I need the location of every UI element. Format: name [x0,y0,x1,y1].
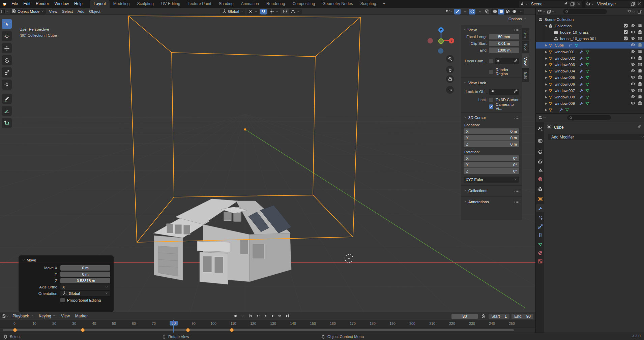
record-button[interactable] [232,313,239,319]
gizmo-x-axis[interactable]: X [449,38,454,43]
tool-select-box-button[interactable] [2,19,12,29]
scene-new-button[interactable] [569,1,576,7]
properties-tab-world[interactable] [536,175,544,183]
toggle-camera[interactable] [638,62,642,67]
properties-search-input[interactable] [567,115,611,120]
workspace-tab-rendering[interactable]: Rendering [263,0,289,8]
toggle-check[interactable] [623,30,628,35]
keyframe-diamond[interactable] [81,328,85,332]
properties-tab-modifiers[interactable] [536,204,544,212]
local-camera-field[interactable] [495,58,519,64]
shading-material-button[interactable] [504,9,511,14]
menu-render[interactable]: Render [33,1,52,6]
toggle-camera[interactable] [638,82,642,87]
next-keyframe-button[interactable] [276,313,283,319]
scene-selector[interactable]: Scene [519,1,582,7]
outliner-item-name[interactable]: Scene Collection [545,18,574,22]
tool-move-button[interactable] [2,43,12,53]
add-workspace-button[interactable]: + [380,0,388,8]
pivot-dropdown[interactable] [246,9,259,14]
properties-tab-output[interactable] [536,148,544,156]
play-button[interactable] [269,313,276,319]
overlays-toggle[interactable] [469,9,475,14]
scene-name[interactable]: Scene [529,2,563,6]
toggle-eye[interactable] [631,49,635,55]
collapse-icon[interactable]: ▶ [544,69,548,73]
properties-tab-scene[interactable] [536,166,544,174]
view-lock-header[interactable]: View Lock [464,80,519,86]
collapse-icon[interactable]: ▶ [544,50,548,54]
collapse-icon[interactable]: ▶ [544,83,548,86]
menu-edit[interactable]: Edit [21,1,33,6]
view-panel-header[interactable]: View [464,27,519,33]
xray-toggle[interactable] [484,9,490,14]
toggle-eye[interactable] [631,82,635,87]
outliner-item-name[interactable]: window.004 [555,69,575,73]
proportional-editing-checkbox[interactable] [60,298,65,302]
tool-add-cube-button[interactable] [2,118,12,128]
viewport-menu-select[interactable]: Select [60,9,75,13]
toggle-camera[interactable] [638,75,642,80]
toggle-camera[interactable] [638,30,642,35]
properties-tab-texture[interactable] [536,257,544,265]
shading-solid-button[interactable] [498,9,504,14]
menu-help[interactable]: Help [71,1,85,6]
outliner-filter-button[interactable] [627,9,635,14]
local-camera-checkbox[interactable] [489,59,493,63]
timeline-editor-type[interactable] [1,313,9,319]
panel-grip[interactable] [514,116,519,119]
properties-tab-collection[interactable] [536,185,544,193]
menu-window[interactable]: Window [52,1,71,6]
keying-set-dropdown[interactable] [239,313,246,319]
breadcrumb-object-name[interactable]: Cube [554,125,564,130]
blender-logo-icon[interactable] [0,2,9,6]
viewport-menu-view[interactable]: View [47,9,60,13]
shading-dropdown[interactable] [517,9,524,14]
lock-to-object-field[interactable] [489,89,519,95]
collapse-icon[interactable]: ▶ [544,57,548,60]
gizmos-dropdown[interactable] [462,9,468,14]
toggle-eye[interactable] [631,23,635,29]
toggle-camera[interactable] [638,101,642,106]
shading-wireframe-button[interactable] [492,9,498,14]
toggle-camera[interactable] [638,56,642,61]
outliner-display-mode[interactable] [537,9,546,14]
workspace-tab-texture-paint[interactable]: Texture Paint [184,0,215,8]
tool-cursor-button[interactable] [2,31,12,41]
toggle-eye[interactable] [631,88,635,93]
outliner-sync-icon[interactable] [547,9,555,14]
render-region-checkbox[interactable] [489,70,493,74]
timeline-scrollbar[interactable] [3,329,514,331]
outliner-row-window.008[interactable]: ▶window.008 [536,94,644,100]
properties-editor-type[interactable] [538,115,546,121]
menu-file[interactable]: File [9,1,21,6]
outliner-row-window.003[interactable]: ▶window.003 [536,61,644,68]
collapse-icon[interactable]: ▶ [544,63,548,66]
properties-tab-render[interactable] [536,136,544,145]
timeline-menu-marker[interactable]: Marker [73,314,90,318]
panel-grip[interactable] [514,29,519,31]
cursor-rotation-y[interactable]: Y0° [464,162,519,167]
cursor-location-z[interactable]: Z0 m [464,141,519,147]
workspace-tab-sculpting[interactable]: Sculpting [134,0,157,8]
outliner-row-window.005[interactable]: ▶window.005 [536,74,644,81]
toggle-check[interactable] [623,36,628,41]
outliner-item-name[interactable]: window.005 [555,75,575,80]
toggle-eye[interactable] [631,94,635,100]
properties-tab-particles[interactable] [536,213,544,221]
outliner-row-window.001[interactable]: ▶window.001 [536,49,644,55]
outliner-row-Collection[interactable]: ▼Collection [536,23,644,29]
rotation-mode-dropdown[interactable]: XYZ Euler [464,177,519,183]
properties-tab-material[interactable] [536,249,544,257]
sidebar-tab-item[interactable]: Item [522,28,529,40]
cursor-rotation-z[interactable]: Z0° [464,168,519,174]
collections-panel[interactable]: Collections [461,186,522,197]
cursor-location-x[interactable]: X0 m [464,128,519,134]
toggle-eye[interactable] [631,56,635,61]
timeline-menu-view[interactable]: View [59,314,72,318]
snap-target-dropdown[interactable] [268,9,281,14]
toggle-eye[interactable] [631,36,635,41]
tool-transform-button[interactable] [2,80,12,90]
outliner-row-window.006[interactable]: ▶window.006 [536,81,644,87]
outliner-item-name[interactable]: house_10_grass [560,30,589,34]
